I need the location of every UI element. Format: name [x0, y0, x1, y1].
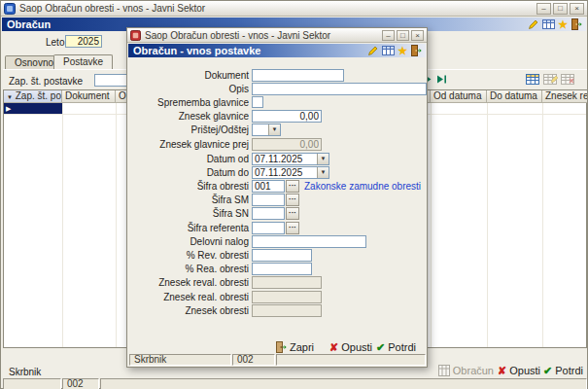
band-title: Obračun [7, 18, 51, 30]
close-icon[interactable]: × [570, 3, 584, 15]
sifra-sm-input[interactable] [252, 194, 285, 206]
column-header-znesek-rev[interactable]: Znesek rev. obre [542, 90, 587, 103]
grid-icon[interactable] [542, 18, 555, 30]
sifra-sm-lookup-button[interactable]: ··· [286, 194, 299, 206]
dialog-band: Obračun - vnos postavke ★ [128, 44, 426, 57]
dropdown-arrow-icon[interactable]: ▼ [317, 167, 329, 178]
field-row-znesek-glavnice: Znesek glavnice [127, 110, 427, 123]
cancel-icon: ✘ [498, 366, 506, 376]
last-record-button[interactable] [435, 74, 449, 86]
field-row-pristej-odstej: Prištej/Odštej ▼ [127, 124, 427, 136]
delete-record-icon[interactable] [561, 73, 575, 86]
field-row-delovni-nalog: Delovni nalog [127, 235, 427, 248]
column-header-do-datuma[interactable]: Do datuma [487, 90, 542, 103]
znesek-glavnice-input[interactable] [252, 110, 322, 123]
user-label: Skrbnik [9, 367, 41, 377]
field-row-opis: Opis [127, 83, 427, 95]
field-row-sifra-sm: Šifra SM ··· [127, 194, 427, 206]
column-header-dokument[interactable]: Dokument [62, 90, 116, 103]
leto-input[interactable] [65, 35, 102, 48]
favorites-star-icon[interactable]: ★ [398, 45, 407, 56]
potrdi-button[interactable]: ✔ Potrdi [376, 341, 416, 353]
column-header-zap-st[interactable]: ▼ Zap. št. posta... [4, 90, 62, 103]
confirm-icon: ✔ [376, 342, 385, 353]
main-titlebar: Saop Obračun obresti - vnos - Javni Sekt… [1, 1, 587, 17]
field-row-znesek-obresti: Znesek obresti [127, 304, 427, 317]
field-row-sifra-obresti: Šifra obresti ··· Zakonske zamudne obres… [127, 180, 427, 193]
dialog-band-title: Obračun - vnos postavke [133, 45, 260, 56]
znesek-obresti-field [252, 304, 322, 317]
edit-pencil-icon[interactable] [367, 45, 379, 56]
minimize-icon[interactable]: – [536, 3, 551, 15]
opusti-button[interactable]: ✘ Opusti [498, 365, 540, 376]
sifra-obresti-description: Zakonske zamudne obresti [304, 181, 421, 192]
grid-icon[interactable] [382, 45, 395, 56]
znesek-reval-obresti-field [252, 276, 322, 289]
edit-record-icon[interactable] [543, 73, 558, 86]
datum-do-select[interactable]: 07.11.2025 ▼ [252, 166, 329, 179]
sifra-referenta-input[interactable] [252, 222, 285, 234]
favorites-star-icon[interactable]: ★ [558, 18, 568, 30]
field-row-pct-rea-obresti: % Rea. obresti [127, 263, 427, 275]
insert-record-icon[interactable] [526, 73, 540, 86]
status-panel-empty [3, 378, 61, 389]
door-icon [275, 341, 287, 353]
opusti-button[interactable]: ✘ Opusti [329, 341, 372, 353]
field-row-sprememba-glavnice: Sprememba glavnice [127, 96, 427, 109]
field-row-dokument: Dokument [127, 69, 427, 82]
pristej-odstej-select[interactable]: ▼ [252, 124, 281, 136]
znesek-real-obresti-field [252, 291, 322, 303]
potrdi-button[interactable]: ✔ Potrdi [543, 365, 583, 376]
sifra-sn-input[interactable] [252, 207, 285, 220]
field-row-znesek-glavnice-prej: Znesek glavnice prej [127, 138, 427, 151]
field-row-sifra-sn: Šifra SN ··· [127, 207, 427, 220]
pct-rev-obresti-input[interactable] [252, 249, 312, 262]
sort-desc-icon: ▼ [7, 94, 13, 100]
maximize-icon[interactable]: □ [397, 30, 409, 41]
exit-door-icon[interactable] [571, 18, 582, 30]
field-row-pct-rev-obresti: % Rev. obresti [127, 249, 427, 262]
close-icon[interactable]: × [411, 30, 424, 41]
current-row-indicator[interactable]: ▶ [4, 103, 62, 114]
window-title: Saop Obračun obresti - vnos - Javni Sekt… [19, 3, 533, 14]
tab-postavke[interactable]: Postavke [53, 54, 113, 69]
dialog-status-user: Skrbnik [129, 354, 231, 366]
status-panel-long [100, 378, 587, 389]
minimize-icon[interactable]: – [382, 30, 395, 41]
znesek-glavnice-prej-field [252, 138, 322, 151]
maximize-icon[interactable]: □ [553, 3, 568, 15]
dialog-status-code: 002 [232, 354, 275, 366]
field-row-datum-do: Datum do 07.11.2025 ▼ [127, 166, 427, 179]
cancel-icon: ✘ [329, 342, 338, 353]
field-row-znesek-reval-obresti: Znesek reval. obresti [127, 276, 427, 289]
dokument-input[interactable] [252, 69, 344, 82]
opis-input[interactable] [252, 83, 427, 95]
dialog-status-panel [276, 354, 426, 366]
exit-door-icon[interactable] [410, 45, 422, 56]
sprememba-glavnice-checkbox[interactable] [252, 96, 263, 108]
dropdown-arrow-icon[interactable]: ▼ [317, 154, 329, 164]
entry-dialog: Saop Obračun obresti - vnos - Javni Sekt… [126, 27, 428, 368]
sifra-obresti-input[interactable] [252, 180, 285, 193]
zap-st-label: Zap. št. postavke [9, 76, 83, 87]
dialog-titlebar: Saop Obračun obresti - vnos - Javni Sekt… [127, 28, 427, 43]
delovni-nalog-input[interactable] [252, 235, 366, 248]
sifra-referenta-lookup-button[interactable]: ··· [286, 222, 299, 234]
obracun-button[interactable]: Obračun [438, 365, 494, 376]
sifra-obresti-lookup-button[interactable]: ··· [286, 180, 299, 193]
field-row-sifra-referenta: Šifra referenta ··· [127, 222, 427, 234]
sifra-sn-lookup-button[interactable]: ··· [286, 207, 299, 220]
screen: Saop Obračun obresti - vnos - Javni Sekt… [0, 0, 588, 389]
column-header-od-datuma[interactable]: Od datuma [431, 90, 487, 103]
app-icon [130, 30, 141, 41]
edit-pencil-icon[interactable] [528, 18, 539, 30]
confirm-icon: ✔ [543, 366, 552, 376]
dropdown-arrow-icon[interactable]: ▼ [268, 124, 280, 135]
datum-od-select[interactable]: 07.11.2025 ▼ [252, 153, 329, 165]
pct-rea-obresti-input[interactable] [252, 263, 312, 275]
zapri-button[interactable]: Zapri [275, 341, 314, 353]
field-row-datum-od: Datum od 07.11.2025 ▼ [127, 153, 427, 165]
dialog-title: Saop Obračun obresti - vnos - Javni Sekt… [145, 30, 378, 41]
field-row-znesek-real-obresti: Znesek real. obresti [127, 291, 427, 303]
leto-label: Leto [46, 37, 64, 48]
